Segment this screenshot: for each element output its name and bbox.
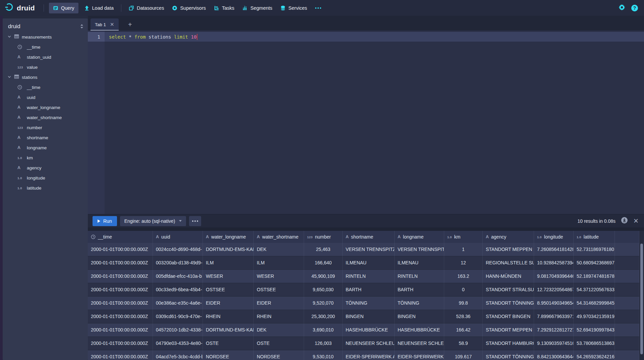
nav-item-supervisors[interactable]: Supervisors: [168, 0, 210, 16]
table-cell[interactable]: 003200ab-d138-49d9-: [153, 256, 203, 270]
table-cell[interactable]: BARTH: [343, 283, 395, 297]
table-cell[interactable]: VERSEN TRENNSPITZE: [395, 243, 444, 256]
table-cell[interactable]: 54.314682999845: [574, 297, 615, 310]
table-cell[interactable]: 3,690,010: [304, 323, 343, 337]
table-cell[interactable]: 9,530,010: [304, 350, 343, 360]
table-cell[interactable]: 04790e03-4353-4e80-: [153, 337, 203, 350]
column-header-shortname[interactable]: Ashortname: [343, 231, 395, 243]
table-cell[interactable]: 99.8: [444, 297, 483, 310]
column-header-number[interactable]: 123number: [304, 231, 343, 243]
table-cell[interactable]: WESER: [203, 270, 254, 283]
table-cell[interactable]: 109.617: [444, 350, 483, 360]
column-header-latitude[interactable]: 1.0latitude: [574, 231, 615, 243]
table-cell[interactable]: 8.9501490349654: [534, 297, 574, 310]
column-header-water_shortname[interactable]: Awater_shortname: [254, 231, 304, 243]
table-cell[interactable]: 2000-01-01T00:00:00.000Z: [88, 337, 153, 350]
table-cell[interactable]: STANDORT TÖNNING: [483, 297, 534, 310]
run-button[interactable]: Run: [93, 216, 117, 226]
table-cell[interactable]: 2000-01-01T00:00:00.000Z: [88, 243, 153, 256]
settings-gear-icon[interactable]: [619, 4, 625, 12]
table-cell[interactable]: 04572010-1db2-4338-: [153, 323, 203, 337]
table-cell[interactable]: 166,640: [304, 256, 343, 270]
table-cell[interactable]: RINTELN: [343, 270, 395, 283]
sidebar-column-number[interactable]: 123number: [3, 122, 88, 133]
table-cell[interactable]: DORTMUND-EMS-KANAL: [203, 323, 254, 337]
table-cell[interactable]: 9,520,070: [304, 297, 343, 310]
table-cell[interactable]: BINGEN: [343, 310, 395, 323]
sql-code-line[interactable]: select * from stations limit 10: [105, 32, 644, 42]
table-cell[interactable]: HASEHUBBRÜCKE: [343, 323, 395, 337]
sidebar-column-__time[interactable]: __time: [3, 42, 88, 52]
table-cell[interactable]: 52.189747481678: [574, 270, 615, 283]
more-options-button[interactable]: [189, 216, 201, 226]
table-cell[interactable]: 54.371220567633: [574, 283, 615, 297]
table-cell[interactable]: VERSEN TRENNSPITZE: [343, 243, 395, 256]
column-header-water_longname[interactable]: Awater_longname: [203, 231, 254, 243]
table-cell[interactable]: RHEIN: [203, 310, 254, 323]
table-cell[interactable]: 0024cc40-d690-468d-: [153, 243, 203, 256]
table-cell[interactable]: 58.9: [444, 337, 483, 350]
table-cell[interactable]: NORDSEE: [254, 350, 304, 360]
table-cell[interactable]: TÖNNING: [395, 297, 444, 310]
nav-item-query[interactable]: Query: [49, 3, 78, 13]
table-cell[interactable]: 04acd7e5-3cbc-4cdd-b: [153, 350, 203, 360]
table-cell[interactable]: EIDER-SPERRWERK AP: [395, 350, 444, 360]
table-cell[interactable]: NORDSEE: [203, 350, 254, 360]
app-logo[interactable]: druid: [0, 0, 40, 16]
nav-item-load-data[interactable]: Load data: [80, 0, 118, 16]
table-cell[interactable]: 2000-01-01T00:00:00.000Z: [88, 310, 153, 323]
table-cell[interactable]: BARTH: [395, 283, 444, 297]
table-cell[interactable]: 005dfdae-efcc-410a-b: [153, 270, 203, 283]
table-cell[interactable]: 00c33ed9-6bea-45b4-: [153, 283, 203, 297]
column-header-agency[interactable]: Aagency: [483, 231, 534, 243]
table-cell[interactable]: NEUENSEER SCHLEUSE: [395, 337, 444, 350]
table-cell[interactable]: 2000-01-01T00:00:00.000Z: [88, 256, 153, 270]
table-cell[interactable]: 9.0817049396446: [534, 270, 574, 283]
table-cell[interactable]: 50.680942368697: [574, 256, 615, 270]
table-cell[interactable]: 163.2: [444, 270, 483, 283]
column-header-__time[interactable]: __time: [88, 231, 153, 243]
table-cell[interactable]: 0309cd61-90c9-470e-: [153, 310, 203, 323]
table-cell[interactable]: 7.2608564181428: [534, 243, 574, 256]
table-cell[interactable]: 25,463: [304, 243, 343, 256]
sort-columns-icon[interactable]: [80, 24, 84, 29]
table-cell[interactable]: BINGEN: [395, 310, 444, 323]
results-scrollbar-thumb[interactable]: [640, 244, 643, 354]
table-cell[interactable]: 126,003: [304, 337, 343, 350]
column-header-longname[interactable]: Alongname: [395, 231, 444, 243]
table-cell[interactable]: NEUENSEER SCHLEUSE: [343, 337, 395, 350]
table-cell[interactable]: EIDER: [203, 297, 254, 310]
table-cell[interactable]: 1: [444, 243, 483, 256]
table-cell[interactable]: 0: [444, 283, 483, 297]
table-cell[interactable]: 54.265923624216: [574, 350, 615, 360]
results-scrollbar[interactable]: [639, 231, 644, 360]
table-cell[interactable]: OSTSEE: [254, 283, 304, 297]
table-cell[interactable]: 8.8421300643644: [534, 350, 574, 360]
table-cell[interactable]: 49.970342135919: [574, 310, 615, 323]
table-cell[interactable]: 10.928842587394: [534, 256, 574, 270]
column-header-uuid[interactable]: Auuid: [153, 231, 203, 243]
table-cell[interactable]: DEK: [254, 243, 304, 256]
table-cell[interactable]: RINTELN: [395, 270, 444, 283]
nav-item-datasources[interactable]: Datasources: [125, 0, 168, 16]
new-tab-button[interactable]: +: [125, 21, 135, 29]
nav-item-tasks[interactable]: Tasks: [210, 0, 238, 16]
table-cell[interactable]: ILMENAU: [395, 256, 444, 270]
table-cell[interactable]: HANN-MÜNDEN: [483, 270, 534, 283]
sidebar-column-water_longname[interactable]: Awater_longname: [3, 102, 88, 112]
table-cell[interactable]: 166.42: [444, 323, 483, 337]
table-cell[interactable]: ILM: [254, 256, 304, 270]
table-cell[interactable]: 53.780686513863: [574, 337, 615, 350]
table-cell[interactable]: 2000-01-01T00:00:00.000Z: [88, 283, 153, 297]
table-cell[interactable]: 2000-01-01T00:00:00.000Z: [88, 350, 153, 360]
sidebar-column-km[interactable]: 1.0km: [3, 153, 88, 163]
sidebar-column-water_shortname[interactable]: Awater_shortname: [3, 112, 88, 122]
sidebar-column-agency[interactable]: Aagency: [3, 163, 88, 173]
column-header-longitude[interactable]: 1.0longitude: [534, 231, 574, 243]
table-cell[interactable]: STANDORT STRALSUND: [483, 283, 534, 297]
table-cell[interactable]: 9.1309035974516: [534, 337, 574, 350]
sidebar-column-shortname[interactable]: Ashortname: [3, 133, 88, 143]
query-tab[interactable]: Tab 1 ✕: [91, 18, 119, 31]
table-cell[interactable]: REGIONALSTELLE SUHL: [483, 256, 534, 270]
table-cell[interactable]: OSTE: [203, 337, 254, 350]
